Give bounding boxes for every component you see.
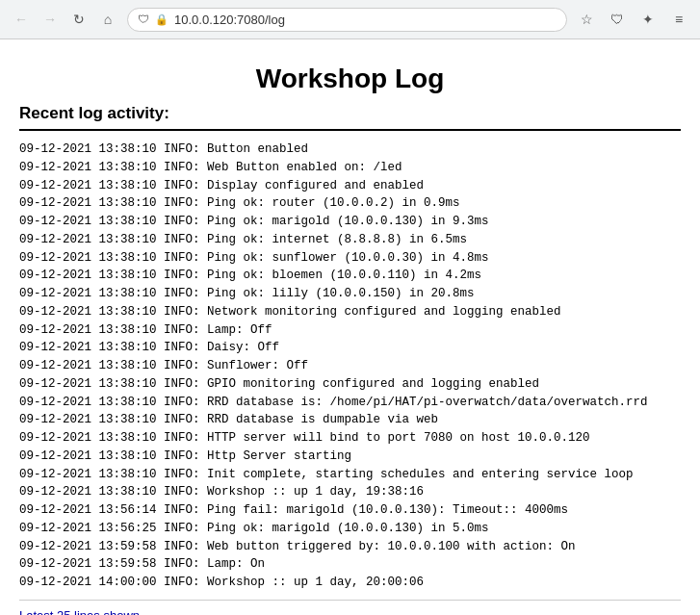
log-line: 09-12-2021 13:38:10 INFO: GPIO monitorin… [19, 375, 681, 394]
extension-icon[interactable]: ✦ [635, 6, 661, 33]
log-line: 09-12-2021 13:38:10 INFO: Init complete,… [19, 466, 681, 484]
log-container: 09-12-2021 13:38:10 INFO: Button enabled… [19, 141, 681, 601]
log-footer[interactable]: Latest 25 lines shown [19, 608, 681, 615]
browser-toolbar: ← → ↻ ⌂ 🛡 🔒 ☆ 🛡 ✦ ≡ [8, 6, 692, 33]
log-line: 09-12-2021 13:38:10 INFO: Daisy: Off [19, 339, 681, 357]
lock-icon: 🔒 [155, 13, 169, 26]
address-bar-container: 🛡 🔒 [127, 8, 567, 32]
page-title: Workshop Log [19, 49, 681, 104]
log-line: 09-12-2021 13:38:10 INFO: Ping ok: marig… [19, 213, 681, 231]
log-line: 09-12-2021 13:38:10 INFO: Ping ok: bloem… [19, 267, 681, 285]
section-header: Recent log activity: [19, 104, 681, 131]
log-line: 09-12-2021 13:56:14 INFO: Ping fail: mar… [19, 501, 681, 520]
log-line: 09-12-2021 13:38:10 INFO: Web Button ena… [19, 159, 681, 177]
page-content: Workshop Log Recent log activity: 09-12-… [0, 39, 700, 615]
bookmark-icon[interactable]: ☆ [573, 6, 600, 33]
nav-buttons: ← → ↻ ⌂ [8, 6, 121, 33]
log-line: 09-12-2021 14:00:00 INFO: Workshop :: up… [19, 574, 681, 592]
log-line: 09-12-2021 13:38:10 INFO: RRD database i… [19, 411, 681, 429]
shield-icon: 🛡 [138, 13, 149, 26]
browser-chrome: ← → ↻ ⌂ 🛡 🔒 ☆ 🛡 ✦ ≡ [0, 0, 700, 39]
log-line: 09-12-2021 13:38:10 INFO: Button enabled [19, 141, 681, 159]
log-line: 09-12-2021 13:38:10 INFO: Lamp: Off [19, 321, 681, 340]
menu-icon[interactable]: ≡ [665, 6, 692, 33]
log-line: 09-12-2021 13:38:10 INFO: Sunflower: Off [19, 357, 681, 375]
log-line: 09-12-2021 13:38:10 INFO: HTTP server wi… [19, 429, 681, 448]
shield-action-icon[interactable]: 🛡 [604, 6, 631, 33]
home-button[interactable]: ⌂ [94, 6, 121, 33]
log-line: 09-12-2021 13:38:10 INFO: Workshop :: up… [19, 483, 681, 501]
address-input[interactable] [174, 13, 557, 27]
browser-actions: ☆ 🛡 ✦ ≡ [573, 6, 692, 33]
log-line: 09-12-2021 13:38:10 INFO: Display config… [19, 177, 681, 195]
log-line: 09-12-2021 13:38:10 INFO: Http Server st… [19, 448, 681, 466]
log-line: 09-12-2021 13:59:58 INFO: Lamp: On [19, 555, 681, 574]
log-line: 09-12-2021 13:38:10 INFO: Ping ok: route… [19, 194, 681, 213]
log-line: 09-12-2021 13:56:25 INFO: Ping ok: marig… [19, 520, 681, 538]
forward-button[interactable]: → [37, 6, 64, 33]
log-line: 09-12-2021 13:38:10 INFO: RRD database i… [19, 394, 681, 412]
log-line: 09-12-2021 13:38:10 INFO: Ping ok: sunfl… [19, 249, 681, 268]
reload-button[interactable]: ↻ [65, 6, 92, 33]
back-button[interactable]: ← [8, 6, 35, 33]
log-line: 09-12-2021 13:38:10 INFO: Ping ok: inter… [19, 231, 681, 249]
log-line: 09-12-2021 13:59:58 INFO: Web button tri… [19, 538, 681, 556]
log-line: 09-12-2021 13:38:10 INFO: Network monito… [19, 303, 681, 321]
log-line: 09-12-2021 13:38:10 INFO: Ping ok: lilly… [19, 285, 681, 303]
